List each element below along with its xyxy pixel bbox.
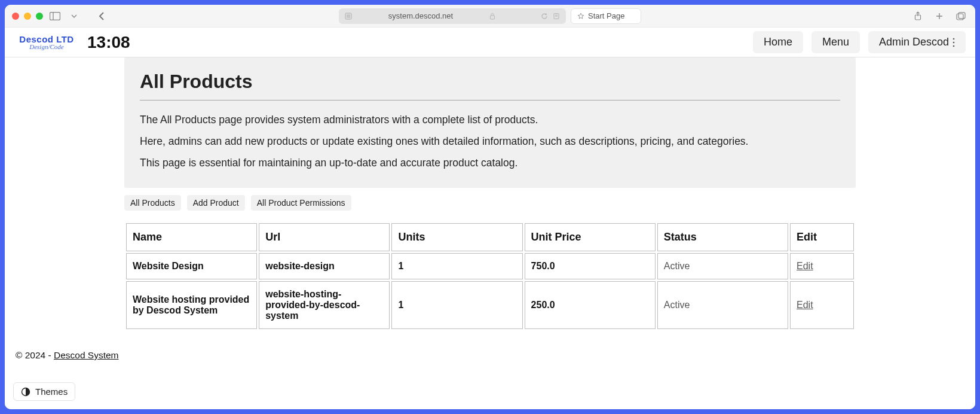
tab-all-permissions[interactable]: All Product Permissions [251, 195, 351, 211]
themes-label: Themes [35, 386, 68, 397]
th-edit: Edit [790, 223, 854, 251]
logo[interactable]: Descod LTD Design/Code [14, 35, 79, 50]
table-row: Website hosting provided by Descod Syste… [126, 281, 854, 329]
svg-rect-6 [491, 16, 495, 19]
desc-line-2: Here, admins can add new products or upd… [140, 133, 840, 150]
minimize-window-icon[interactable] [24, 13, 31, 20]
cell-name: Website hosting provided by Descod Syste… [126, 281, 257, 329]
site-settings-icon [345, 13, 352, 20]
tab-add-product[interactable]: Add Product [187, 195, 245, 211]
cell-units: 1 [391, 253, 522, 279]
th-price: Unit Price [525, 223, 656, 251]
cell-url: website-design [259, 253, 390, 279]
address-bar-group: system.descod.net Start Page [339, 8, 641, 24]
themes-button[interactable]: Themes [13, 382, 75, 401]
svg-rect-0 [50, 12, 60, 20]
cell-units: 1 [391, 281, 522, 329]
bookmark-start-page[interactable]: Start Page [571, 8, 641, 24]
cell-edit: Edit [790, 253, 854, 279]
app-header: Descod LTD Design/Code 13:08 Home Menu A… [5, 28, 975, 57]
th-url: Url [259, 223, 390, 251]
subtabs: All Products Add Product All Product Per… [124, 195, 856, 211]
star-icon [577, 13, 584, 20]
edit-link[interactable]: Edit [797, 300, 813, 310]
svg-rect-12 [958, 12, 965, 18]
share-icon[interactable] [911, 9, 925, 23]
copyright: © 2024 - [16, 350, 54, 360]
maximize-window-icon[interactable] [36, 13, 43, 20]
nav-admin[interactable]: Admin Descod [868, 31, 966, 53]
primary-nav: Home Menu Admin Descod [753, 31, 966, 53]
table-header-row: Name Url Units Unit Price Status Edit [126, 223, 854, 251]
refresh-icon[interactable] [541, 13, 548, 20]
chevron-down-icon[interactable] [67, 9, 81, 23]
logo-line2: Design/Code [14, 44, 79, 50]
th-units: Units [391, 223, 522, 251]
cell-price: 250.0 [525, 281, 656, 329]
logo-line1: Descod LTD [14, 35, 79, 44]
reader-icon[interactable] [553, 13, 560, 20]
svg-point-13 [953, 38, 955, 39]
contrast-icon [21, 387, 30, 397]
footer-link[interactable]: Descod System [54, 350, 119, 360]
th-name: Name [126, 223, 257, 251]
traffic-lights [12, 13, 43, 20]
page-intro-band: All Products The All Products page provi… [124, 57, 856, 188]
page-title: All Products [140, 71, 840, 93]
bookmark-label: Start Page [588, 11, 624, 20]
page-description: The All Products page provides system ad… [140, 111, 840, 171]
lock-icon [489, 13, 495, 20]
back-button[interactable] [93, 8, 110, 25]
tab-overview-icon[interactable] [954, 9, 968, 23]
address-bar[interactable]: system.descod.net [339, 8, 566, 24]
nav-menu[interactable]: Menu [811, 31, 860, 53]
svg-point-15 [953, 45, 955, 47]
nav-home[interactable]: Home [753, 31, 803, 53]
footer: © 2024 - Descod System [5, 342, 975, 369]
divider [140, 100, 840, 101]
url-text: system.descod.net [357, 11, 485, 20]
desc-line-1: The All Products page provides system ad… [140, 111, 840, 128]
svg-rect-11 [957, 14, 963, 20]
clock: 13:08 [87, 33, 130, 52]
tab-all-products[interactable]: All Products [124, 195, 181, 211]
products-table-wrap: Name Url Units Unit Price Status Edit We… [124, 215, 856, 331]
cell-name: Website Design [126, 253, 257, 279]
cell-url: website-hosting-provided-by-descod-syste… [259, 281, 390, 329]
cell-edit: Edit [790, 281, 854, 329]
products-table: Name Url Units Unit Price Status Edit We… [124, 221, 856, 331]
sidebar-toggle-icon[interactable] [48, 9, 62, 23]
cell-status: Active [657, 253, 788, 279]
desc-line-3: This page is essential for maintaining a… [140, 154, 840, 171]
new-tab-icon[interactable] [932, 9, 947, 23]
kebab-icon [953, 38, 955, 47]
table-row: Website Design website-design 1 750.0 Ac… [126, 253, 854, 279]
browser-titlebar: system.descod.net Start Page [5, 5, 975, 28]
close-window-icon[interactable] [12, 13, 19, 20]
svg-point-14 [953, 41, 955, 43]
nav-admin-label: Admin Descod [879, 36, 949, 48]
edit-link[interactable]: Edit [797, 261, 813, 271]
th-status: Status [657, 223, 788, 251]
cell-price: 750.0 [525, 253, 656, 279]
cell-status: Active [657, 281, 788, 329]
